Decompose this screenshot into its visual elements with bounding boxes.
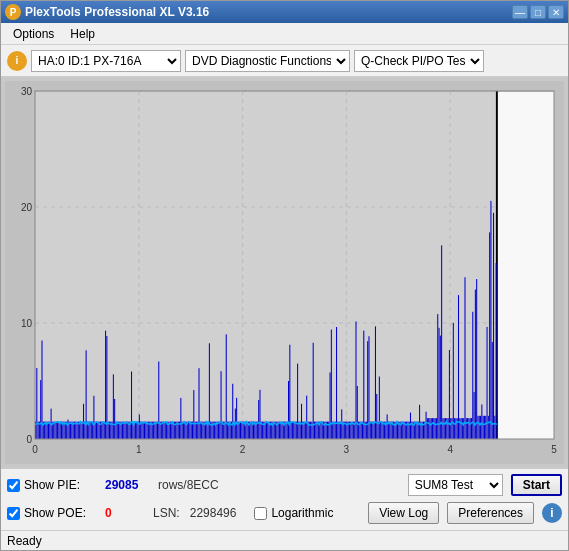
- pie-value: 29085: [105, 478, 150, 492]
- toolbar: i HA:0 ID:1 PX-716A DVD Diagnostic Funct…: [1, 45, 568, 77]
- pie-checkbox-label[interactable]: Show PIE:: [7, 478, 97, 492]
- main-window: P PlexTools Professional XL V3.16 — □ ✕ …: [0, 0, 569, 551]
- bottom-row-2: Show POE: 0 LSN: 2298496 Logarithmic Vie…: [7, 501, 562, 525]
- maximize-button[interactable]: □: [530, 5, 546, 19]
- pie-label: Show PIE:: [24, 478, 80, 492]
- info-button[interactable]: i: [542, 503, 562, 523]
- bottom-bar: Show PIE: 29085 rows/8ECC SUM8 Test SUM1…: [1, 468, 568, 530]
- window-title: PlexTools Professional XL V3.16: [25, 5, 209, 19]
- pie-checkbox[interactable]: [7, 479, 20, 492]
- lsn-label: LSN: 2298496: [153, 506, 236, 520]
- logarithmic-checkbox[interactable]: [254, 507, 267, 520]
- minimize-button[interactable]: —: [512, 5, 528, 19]
- drive-icon: i: [7, 51, 27, 71]
- drive-select[interactable]: HA:0 ID:1 PX-716A: [31, 50, 181, 72]
- chart-canvas: [5, 81, 564, 464]
- rows-label: rows/8ECC: [158, 478, 219, 492]
- titlebar-left: P PlexTools Professional XL V3.16: [5, 4, 209, 20]
- chart-container: [1, 77, 568, 468]
- app-icon: P: [5, 4, 21, 20]
- bottom-row-1: Show PIE: 29085 rows/8ECC SUM8 Test SUM1…: [7, 473, 562, 497]
- chart-inner: [5, 81, 564, 464]
- test-select[interactable]: Q-Check PI/PO Test: [354, 50, 484, 72]
- close-button[interactable]: ✕: [548, 5, 564, 19]
- start-button[interactable]: Start: [511, 474, 562, 496]
- menu-help[interactable]: Help: [62, 25, 103, 43]
- view-log-button[interactable]: View Log: [368, 502, 439, 524]
- poe-checkbox[interactable]: [7, 507, 20, 520]
- lsn-value: 2298496: [190, 506, 237, 520]
- titlebar: P PlexTools Professional XL V3.16 — □ ✕: [1, 1, 568, 23]
- status-text: Ready: [7, 534, 42, 548]
- titlebar-buttons: — □ ✕: [512, 5, 564, 19]
- menu-options[interactable]: Options: [5, 25, 62, 43]
- poe-value: 0: [105, 506, 125, 520]
- statusbar: Ready: [1, 530, 568, 550]
- preferences-button[interactable]: Preferences: [447, 502, 534, 524]
- poe-checkbox-label[interactable]: Show POE:: [7, 506, 97, 520]
- menubar: Options Help: [1, 23, 568, 45]
- sum-select[interactable]: SUM8 Test SUM1 Test SUM8+1 Test: [408, 474, 503, 496]
- logarithmic-label[interactable]: Logarithmic: [254, 506, 333, 520]
- poe-label: Show POE:: [24, 506, 86, 520]
- function-select[interactable]: DVD Diagnostic Functions: [185, 50, 350, 72]
